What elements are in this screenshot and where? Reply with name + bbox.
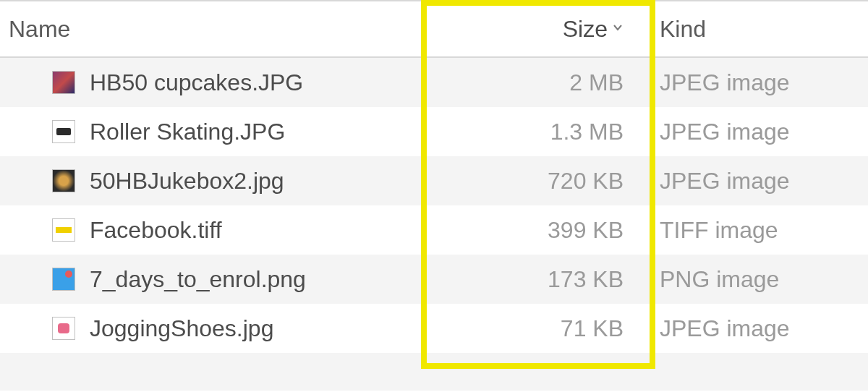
file-name: HB50 cupcakes.JPG <box>90 69 303 96</box>
file-size: 2 MB <box>569 69 624 96</box>
file-size: 71 KB <box>561 315 624 342</box>
file-name: 50HBJukebox2.jpg <box>90 168 284 195</box>
file-thumbnail-icon <box>52 169 75 192</box>
file-thumbnail-icon <box>52 317 75 340</box>
file-name: Roller Skating.JPG <box>90 119 285 145</box>
file-size: 720 KB <box>548 168 624 195</box>
table-row[interactable]: 7_days_to_enrol.png 173 KB PNG image <box>0 255 868 304</box>
file-name: JoggingShoes.jpg <box>90 315 273 342</box>
file-list-view: Name Size Kind HB50 cupcakes.JPG 2 MB JP… <box>0 0 868 392</box>
column-header-size-label: Size <box>563 16 608 43</box>
table-row[interactable]: Facebook.tiff 399 KB TIFF image <box>0 205 868 255</box>
sort-descending-icon <box>612 22 624 37</box>
file-kind: JPEG image <box>660 168 790 195</box>
file-size: 1.3 MB <box>550 119 624 145</box>
column-header-row: Name Size Kind <box>0 0 868 58</box>
file-kind: PNG image <box>660 266 779 293</box>
file-kind: JPEG image <box>660 69 790 96</box>
table-row[interactable]: Roller Skating.JPG 1.3 MB JPEG image <box>0 107 868 156</box>
file-kind: JPEG image <box>660 315 790 342</box>
file-kind: TIFF image <box>660 217 778 244</box>
file-kind: JPEG image <box>660 119 790 145</box>
file-thumbnail-icon <box>52 268 75 291</box>
table-row[interactable]: HB50 cupcakes.JPG 2 MB JPEG image <box>0 58 868 107</box>
table-row-empty <box>0 353 868 391</box>
file-name: 7_days_to_enrol.png <box>90 266 306 293</box>
file-rows: HB50 cupcakes.JPG 2 MB JPEG image Roller… <box>0 58 868 391</box>
file-thumbnail-icon <box>52 71 75 94</box>
file-thumbnail-icon <box>52 218 75 242</box>
column-header-size[interactable]: Size <box>424 16 645 43</box>
column-header-kind-label: Kind <box>660 16 706 43</box>
column-header-kind[interactable]: Kind <box>645 16 868 43</box>
file-size: 399 KB <box>548 217 624 244</box>
column-header-name[interactable]: Name <box>0 16 424 43</box>
column-header-name-label: Name <box>9 16 70 43</box>
table-row[interactable]: JoggingShoes.jpg 71 KB JPEG image <box>0 304 868 353</box>
file-name: Facebook.tiff <box>90 217 222 244</box>
table-row[interactable]: 50HBJukebox2.jpg 720 KB JPEG image <box>0 156 868 205</box>
file-thumbnail-icon <box>52 120 75 143</box>
file-size: 173 KB <box>548 266 624 293</box>
